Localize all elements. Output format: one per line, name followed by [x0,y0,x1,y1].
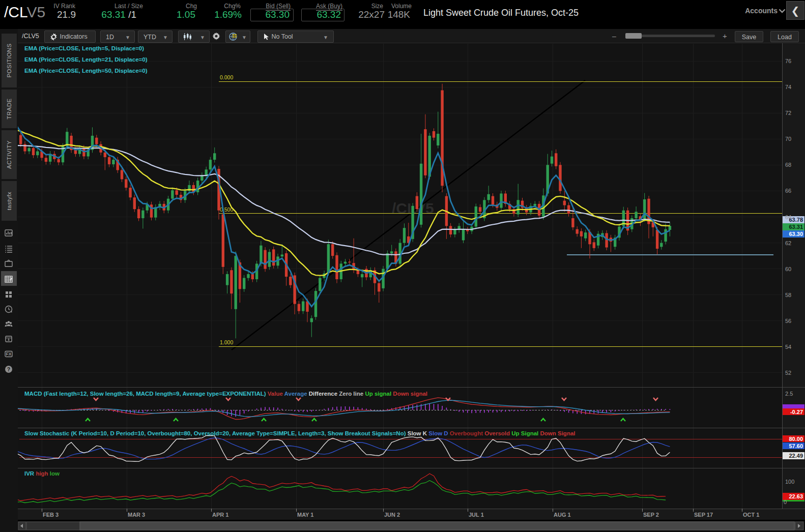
svg-text:AUG 1: AUG 1 [554,512,571,518]
svg-text:74: 74 [785,84,791,90]
svg-text:Slow Stochastic (K Period=10,: Slow Stochastic (K Period=10, D Period=1… [24,430,576,436]
svg-text:52: 52 [785,370,791,376]
svg-text:22.63: 22.63 [789,493,803,499]
svg-text:FX: FX [6,351,12,357]
svg-text:54: 54 [785,344,791,350]
svg-text:0: 0 [784,499,787,505]
svg-text:2.5: 2.5 [785,391,793,397]
svg-text:68: 68 [785,162,791,168]
svg-text:EMA (Price=CLOSE, Length=50, D: EMA (Price=CLOSE, Length=50, Displace=0) [24,68,148,74]
svg-text:APR 1: APR 1 [212,512,228,518]
svg-text:63.30: 63.30 [789,231,803,237]
svg-text:JUN 2: JUN 2 [384,512,400,518]
svg-text:70: 70 [785,136,791,142]
svg-text:63.31: 63.31 [789,224,803,230]
svg-text:72: 72 [785,110,791,116]
svg-text:EMA (Price=CLOSE, Length=5, Di: EMA (Price=CLOSE, Length=5, Displace=0) [24,45,144,51]
svg-text:JUL 1: JUL 1 [469,512,484,518]
svg-text:62: 62 [785,240,791,246]
svg-text:EMA (Price=CLOSE, Length=21, D: EMA (Price=CLOSE, Length=21, Displace=0) [24,56,148,63]
svg-text:FEB 3: FEB 3 [43,512,59,518]
svg-text:58: 58 [785,292,791,298]
svg-text:76: 76 [785,58,791,64]
svg-text:57.60: 57.60 [789,443,803,449]
svg-text:1.000: 1.000 [220,339,233,345]
svg-text:100: 100 [785,479,794,485]
svg-text:80.00: 80.00 [789,436,803,442]
svg-text:0.000: 0.000 [220,74,233,80]
svg-text:MACD (Fast length=12, Slow len: MACD (Fast length=12, Slow length=26, MA… [24,391,427,397]
svg-text:SEP 2: SEP 2 [643,512,659,518]
svg-text:?: ? [7,366,10,372]
svg-text:MAR 3: MAR 3 [128,512,145,518]
svg-text:-0.27: -0.27 [790,409,803,415]
svg-text:56: 56 [785,318,791,324]
svg-text:66: 66 [785,188,791,194]
svg-text:22.49: 22.49 [789,453,803,459]
svg-text:OCT 1: OCT 1 [743,512,759,518]
svg-text:60: 60 [785,266,791,272]
svg-text:MAY 1: MAY 1 [297,512,313,518]
svg-text:64: 64 [785,214,791,220]
svg-text:SEP 17: SEP 17 [694,512,713,518]
svg-text:IVR high low: IVR high low [24,470,60,477]
